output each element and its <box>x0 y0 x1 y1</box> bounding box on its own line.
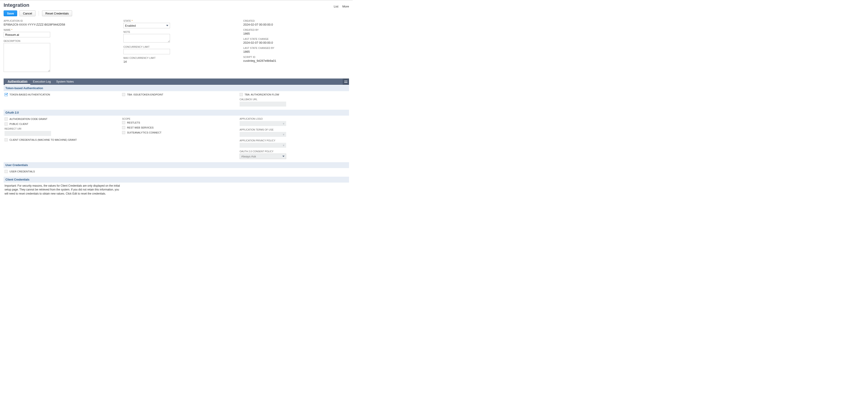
state-label: STATE <box>123 20 239 22</box>
section-header-client-credentials: Client Credentials <box>4 177 349 182</box>
script-id-label: SCRIPT ID <box>243 56 349 58</box>
client-credentials-note: Important: For security reasons, the val… <box>4 182 121 197</box>
application-logo-label: APPLICATION LOGO <box>240 117 348 120</box>
application-id-label: APPLICATION ID <box>4 20 119 22</box>
checkbox-rest-web-services[interactable] <box>122 126 125 129</box>
checkbox-auth-code-grant[interactable] <box>4 117 8 120</box>
checkbox-issuetoken-endpoint[interactable] <box>122 93 125 96</box>
chevron-down-icon <box>166 25 168 26</box>
application-logo-field <box>240 121 286 126</box>
application-privacy-label: APPLICATION PRIVACY POLICY <box>240 139 348 142</box>
name-label: NAME <box>4 29 119 31</box>
last-state-changed-by-value: 1865 <box>243 50 349 53</box>
note-textarea[interactable] <box>123 34 170 43</box>
application-tos-field <box>240 132 286 137</box>
label-user-credentials: USER CREDENTIALS <box>9 170 35 173</box>
label-public-client: PUBLIC CLIENT <box>9 123 28 125</box>
label-token-based-auth: TOKEN-BASED AUTHENTICATION <box>9 93 50 96</box>
tab-layout-icon[interactable] <box>343 79 349 85</box>
header-link-list[interactable]: List <box>334 5 338 8</box>
tab-execution-log[interactable]: Execution Log <box>30 79 54 85</box>
checkbox-suiteanalytics[interactable] <box>122 131 125 134</box>
list-icon <box>344 81 347 83</box>
checkbox-user-credentials[interactable] <box>4 170 8 173</box>
label-authorization-flow: TBA: AUTHORIZATION FLOW <box>245 93 279 96</box>
section-header-user-credentials: User Credentials <box>4 162 349 168</box>
application-tos-label: APPLICATION TERMS OF USE <box>240 128 348 131</box>
consent-policy-label: OAUTH 2.0 CONSENT POLICY <box>240 150 348 153</box>
checkbox-restlets[interactable] <box>122 121 125 124</box>
state-select-value: Enabled <box>125 24 136 27</box>
checkbox-authorization-flow[interactable] <box>240 93 243 96</box>
header-link-more[interactable]: More <box>342 5 349 8</box>
label-issuetoken-endpoint: TBA: ISSUETOKEN ENDPOINT <box>127 93 163 96</box>
redirect-uri-label: REDIRECT URI <box>4 128 118 130</box>
name-input[interactable] <box>4 32 50 37</box>
application-privacy-field <box>240 143 286 148</box>
last-state-change-label: LAST STATE CHANGE <box>243 37 349 40</box>
concurrency-limit-label: CONCURRENCY LIMIT <box>123 46 239 48</box>
created-by-value: 1865 <box>243 32 349 35</box>
tab-system-notes[interactable]: System Notes <box>54 79 76 85</box>
label-client-credentials-grant: CLIENT CREDENTIALS (MACHINE TO MACHINE) … <box>9 138 77 141</box>
save-button[interactable]: Save <box>4 10 17 16</box>
max-concurrency-limit-label: MAX CONCURRENCY LIMIT <box>123 57 239 59</box>
checkbox-client-credentials-grant[interactable] <box>4 138 8 141</box>
label-rest-web-services: REST WEB SERVICES <box>127 126 153 129</box>
created-by-label: CREATED BY <box>243 29 349 31</box>
label-restlets: RESTLETS <box>127 121 140 124</box>
script-id-value: custinteg_9d287e8b9a01 <box>243 59 349 62</box>
description-textarea[interactable] <box>4 43 50 72</box>
concurrency-limit-input[interactable] <box>123 49 170 54</box>
cancel-button[interactable]: Cancel <box>20 10 35 16</box>
max-concurrency-limit-value: 14 <box>123 60 239 63</box>
checkbox-public-client[interactable] <box>4 122 8 125</box>
redirect-uri-field <box>4 131 51 136</box>
section-header-oauth: OAuth 2.0 <box>4 110 349 116</box>
state-select[interactable]: Enabled <box>123 23 170 28</box>
checkbox-token-based-auth[interactable] <box>4 93 8 96</box>
tab-authentication[interactable]: Authentication <box>5 79 30 85</box>
section-header-tba: Token-based Authentication <box>4 85 349 91</box>
scope-label: SCOPE <box>122 117 235 120</box>
consent-policy-value: Always Ask <box>241 155 256 158</box>
reset-credentials-button[interactable]: Reset Credentials <box>42 10 72 16</box>
created-value: 2024-02-07 00:00:00.0 <box>243 23 349 26</box>
note-label: NOTE <box>123 31 239 33</box>
description-label: DESCRIPTION <box>4 39 119 42</box>
callback-url-label: CALLBACK URL <box>240 98 348 101</box>
label-suiteanalytics: SUITEANALYTICS CONNECT <box>127 131 161 134</box>
application-id-value: EF89A2C9-XXXX-YYYY-ZZZZ-B028F9442D58 <box>4 23 119 26</box>
chevron-down-icon <box>282 156 285 157</box>
last-state-changed-by-label: LAST STATE CHANGED BY <box>243 47 349 49</box>
last-state-change-value: 2024-02-07 00:00:00.0 <box>243 41 349 44</box>
consent-policy-select: Always Ask <box>240 153 286 159</box>
page-title: Integration <box>4 2 29 8</box>
callback-url-field <box>240 102 286 107</box>
label-auth-code-grant: AUTHORIZATION CODE GRANT <box>9 118 48 120</box>
created-label: CREATED <box>243 20 349 22</box>
